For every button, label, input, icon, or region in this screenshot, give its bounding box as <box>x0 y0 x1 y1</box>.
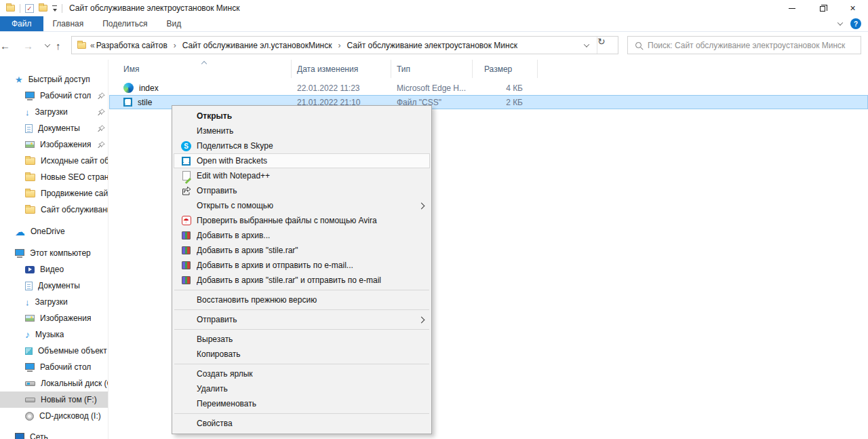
sidebar-item-folder[interactable]: Продвижение сайт <box>0 185 108 202</box>
menu-item-add-to-archive-named[interactable]: Добавить в архив "stile.rar" <box>174 243 430 258</box>
new-folder-icon[interactable] <box>39 5 47 12</box>
pin-icon <box>98 125 105 134</box>
skype-icon: S <box>181 141 191 151</box>
sidebar-item-quick-access[interactable]: ★Быстрый доступ <box>0 71 108 88</box>
download-icon: ↓ <box>25 298 30 307</box>
breadcrumb-segment[interactable]: Сайт обслуживание электроустановок Минск <box>347 41 517 50</box>
folder-icon <box>25 206 35 214</box>
menu-item-share[interactable]: Отправить <box>174 183 430 198</box>
restore-button[interactable] <box>807 0 837 16</box>
winrar-icon <box>182 276 191 284</box>
sidebar-item-local-disk-c[interactable]: Локальный диск (C <box>0 375 108 392</box>
search-input[interactable] <box>648 41 861 50</box>
sidebar-item-desktop[interactable]: Рабочий стол <box>0 359 108 375</box>
back-button[interactable]: ← <box>0 41 23 51</box>
edge-icon <box>123 83 134 93</box>
properties-check-icon[interactable]: ✓ <box>25 4 34 13</box>
download-icon: ↓ <box>25 108 30 117</box>
menu-item-add-to-archive-email[interactable]: Добавить в архив и отправить по e-mail..… <box>174 258 430 273</box>
help-icon[interactable]: ? <box>850 18 861 29</box>
menu-item-properties[interactable]: Свойства <box>174 416 430 431</box>
refresh-icon[interactable]: ↻ <box>597 37 618 54</box>
column-header-type[interactable]: Тип <box>391 60 473 78</box>
search-box[interactable] <box>627 36 861 54</box>
menu-item-restore-previous[interactable]: Восстановить прежнюю версию <box>174 292 430 307</box>
menu-item-delete[interactable]: Удалить <box>174 381 430 396</box>
sidebar-item-documents[interactable]: Документы <box>0 278 108 294</box>
computer-icon <box>15 249 24 256</box>
restore-icon <box>820 6 825 12</box>
folder-icon <box>25 157 35 165</box>
tab-view[interactable]: Вид <box>157 16 191 31</box>
sidebar-item-videos[interactable]: Видео <box>0 261 108 278</box>
breadcrumb-segment[interactable]: Сайт обслуживание эл.установокМинск <box>182 41 332 50</box>
menu-item-open-with-brackets[interactable]: [ ]Open with Brackets <box>174 153 430 168</box>
menu-item-edit-with-notepadpp[interactable]: Edit with Notepad++ <box>174 168 430 183</box>
menu-item-rename[interactable]: Переименовать <box>174 396 430 411</box>
menu-item-cut[interactable]: Вырезать <box>174 332 430 347</box>
document-icon <box>25 282 33 290</box>
menu-item-add-to-archive[interactable]: Добавить в архив... <box>174 228 430 243</box>
sidebar-item-network[interactable]: Сеть <box>0 429 108 439</box>
customize-qat-icon[interactable] <box>52 5 57 12</box>
sidebar-item-pictures[interactable]: Изображения <box>0 136 108 153</box>
sidebar-item-downloads[interactable]: ↓Загрузки <box>0 294 108 310</box>
navigation-pane: ★Быстрый доступ Рабочий стол ↓Загрузки Д… <box>0 60 108 439</box>
address-folder-icon <box>77 42 86 49</box>
sidebar-item-3d-objects[interactable]: Объемные объект <box>0 343 108 359</box>
file-size: 2 КБ <box>473 98 538 107</box>
sidebar-item-this-pc[interactable]: Этот компьютер <box>0 245 108 261</box>
sidebar-item-onedrive[interactable]: ☁OneDrive <box>0 223 108 240</box>
menu-item-send-to[interactable]: Отправить <box>174 312 430 327</box>
menu-item-share-skype[interactable]: SПоделиться в Skype <box>174 138 430 153</box>
menu-item-edit[interactable]: Изменить <box>174 123 430 138</box>
sidebar-item-folder[interactable]: Новые SEO страни <box>0 169 108 185</box>
winrar-icon <box>182 246 191 254</box>
forward-button[interactable]: → <box>23 41 41 51</box>
tab-share[interactable]: Поделиться <box>93 16 157 31</box>
tab-file[interactable]: Файл <box>0 16 43 31</box>
menu-separator <box>174 413 429 414</box>
sidebar-item-folder[interactable]: Сайт обслуживани <box>0 202 108 218</box>
address-bar[interactable]: « Разработка сайтов › Сайт обслуживание … <box>71 36 618 54</box>
breadcrumb-separator[interactable]: › <box>338 41 340 50</box>
breadcrumb-segment[interactable]: Разработка сайтов <box>96 41 167 50</box>
menu-item-create-shortcut[interactable]: Создать ярлык <box>174 366 430 381</box>
document-icon <box>25 124 33 133</box>
sidebar-item-cd-drive-i[interactable]: CD-дисковод (I:) <box>0 408 108 424</box>
music-icon: ♪ <box>25 330 30 339</box>
menu-item-avira-scan[interactable]: ☂Проверить выбранные файлы с помощью Avi… <box>174 213 430 228</box>
sidebar-item-documents[interactable]: Документы <box>0 120 108 136</box>
folder-icon <box>25 174 35 181</box>
search-icon <box>635 42 642 48</box>
minimize-button[interactable] <box>776 0 807 16</box>
menu-separator <box>174 329 429 330</box>
column-header-size[interactable]: Размер <box>473 60 538 78</box>
close-button[interactable]: × <box>837 0 868 16</box>
sidebar-item-downloads[interactable]: ↓Загрузки <box>0 104 108 120</box>
column-header-date[interactable]: Дата изменения <box>292 60 391 78</box>
address-dropdown-icon[interactable] <box>576 37 597 54</box>
collapse-ribbon-icon[interactable] <box>837 20 843 25</box>
menu-item-copy[interactable]: Копировать <box>174 347 430 362</box>
recent-locations-icon[interactable] <box>41 43 54 47</box>
sidebar-item-desktop[interactable]: Рабочий стол <box>0 88 108 104</box>
sidebar-item-folder[interactable]: Исходные сайт обс <box>0 153 108 169</box>
cube-icon <box>25 347 33 355</box>
notepadpp-icon <box>182 171 191 180</box>
tab-home[interactable]: Главная <box>43 16 94 31</box>
picture-icon <box>25 141 35 148</box>
close-icon: × <box>850 3 855 13</box>
sidebar-item-pictures[interactable]: Изображения <box>0 310 108 326</box>
file-row-index[interactable]: index 22.01.2022 11:23 Microsoft Edge H.… <box>109 81 868 95</box>
submenu-arrow-icon <box>418 316 425 323</box>
menu-item-open[interactable]: Открыть <box>174 109 430 123</box>
folder-icon <box>25 190 35 197</box>
menu-item-open-with[interactable]: Открыть с помощью <box>174 198 430 213</box>
sidebar-item-new-volume-f[interactable]: Новый том (F:) <box>0 392 108 408</box>
pin-icon <box>98 109 105 118</box>
breadcrumb-separator[interactable]: › <box>174 41 176 50</box>
menu-item-add-to-archive-named-email[interactable]: Добавить в архив "stile.rar" и отправить… <box>174 273 430 288</box>
sidebar-item-music[interactable]: ♪Музыка <box>0 326 108 343</box>
menu-separator <box>174 290 429 290</box>
